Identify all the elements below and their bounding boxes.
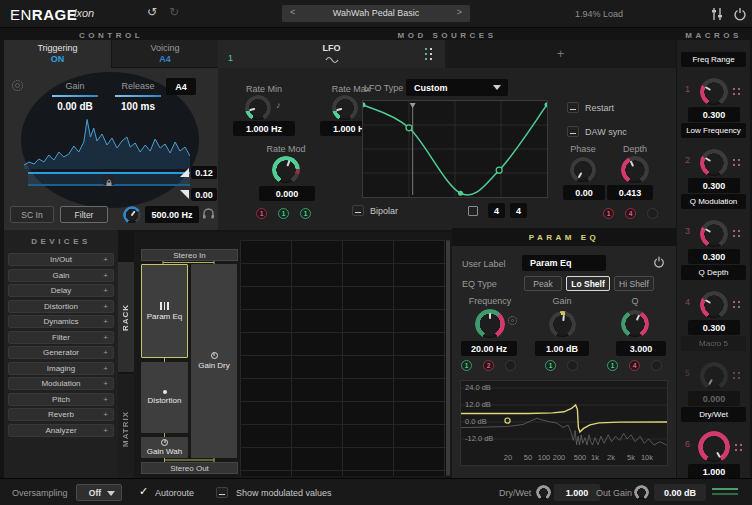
macro-knob[interactable] <box>701 150 727 176</box>
mod-slot[interactable]: 1 <box>545 360 556 371</box>
tab-rack[interactable]: RACK <box>118 262 134 372</box>
mod-slot[interactable]: 1 <box>461 360 472 371</box>
filter-freq-value[interactable]: 500.00 Hz <box>145 206 199 223</box>
gear-icon[interactable] <box>12 80 23 91</box>
mod-slot[interactable]: 1 <box>278 208 289 219</box>
frequency-value[interactable]: 20.00 Hz <box>461 341 517 356</box>
mod-slot[interactable]: 1 <box>607 360 618 371</box>
mod-slot[interactable]: 4 <box>629 360 640 371</box>
mod-slot[interactable]: 1 <box>256 208 267 219</box>
lfo-point[interactable] <box>496 167 502 173</box>
eq-type-hi-shelf[interactable]: Hi Shelf <box>614 276 654 291</box>
threshold-marker-low[interactable] <box>180 190 189 199</box>
eq-type-peak[interactable]: Peak <box>524 276 562 291</box>
filter-freq-knob[interactable] <box>124 207 140 223</box>
drywet-mini-knob[interactable] <box>537 486 550 499</box>
daw-sync-checkbox[interactable] <box>567 126 579 137</box>
headphones-icon[interactable] <box>202 207 215 220</box>
preset-next-arrow[interactable]: > <box>457 7 462 17</box>
macro-knob[interactable] <box>701 292 727 318</box>
macro-label[interactable]: Dry/Wet <box>681 407 746 422</box>
user-label-field[interactable]: Param Eq <box>522 255 606 271</box>
stereo-out-node[interactable]: Stereo Out <box>141 462 238 474</box>
gain-wah-node[interactable]: Gain Wah <box>141 437 188 458</box>
device-category[interactable]: Pitch+ <box>8 393 114 406</box>
lfo-point[interactable] <box>406 125 412 131</box>
macro-value[interactable]: 0.000 <box>688 391 740 406</box>
macro-knob[interactable] <box>699 432 729 462</box>
device-category[interactable]: Generator+ <box>8 346 114 359</box>
autoroute-check-icon[interactable]: ✓ <box>139 485 148 498</box>
release-slider[interactable] <box>115 95 161 97</box>
macro-assign-icon[interactable] <box>732 87 741 96</box>
device-category[interactable]: Delay+ <box>8 284 114 297</box>
lfo-type-dropdown[interactable]: Custom <box>406 79 508 96</box>
stereo-in-node[interactable]: Stereo In <box>141 249 238 261</box>
restart-checkbox[interactable] <box>567 102 579 113</box>
oversampling-dropdown[interactable]: Off <box>76 484 122 501</box>
macro-assign-icon[interactable] <box>732 371 741 380</box>
filter-button[interactable]: Filter <box>60 206 108 223</box>
param-eq-node[interactable]: Param Eq <box>141 264 188 358</box>
eq-gain-knob[interactable] <box>550 312 575 337</box>
rate-mod-knob[interactable] <box>273 157 299 183</box>
mod-slot[interactable]: 1 <box>300 208 311 219</box>
frequency-knob[interactable] <box>476 310 504 338</box>
freq-mod-icon[interactable] <box>508 316 517 325</box>
gain-value[interactable]: 0.00 dB <box>45 101 105 112</box>
rate-min-note-icon[interactable]: ♪ <box>276 100 281 110</box>
device-category[interactable]: Imaging+ <box>8 362 114 375</box>
tab-voicing[interactable]: Voicing A4 <box>111 40 218 68</box>
depth-value[interactable]: 0.413 <box>607 185 653 200</box>
lfo-point[interactable] <box>363 102 366 107</box>
lfo-tab[interactable]: 1 LFO <box>218 40 445 68</box>
redo-icon[interactable]: ↻ <box>169 5 179 19</box>
macro-value[interactable]: 1.000 <box>688 464 740 479</box>
preset-name[interactable]: WahWah Pedal Basic <box>282 8 470 18</box>
device-category[interactable]: Filter+ <box>8 331 114 344</box>
add-mod-source-tab[interactable]: + <box>445 40 676 68</box>
gain-slider[interactable] <box>52 95 98 97</box>
release-value[interactable]: 100 ms <box>108 101 168 112</box>
q-knob[interactable] <box>622 311 648 337</box>
mod-slot-empty[interactable] <box>567 360 578 371</box>
settings-sliders-icon[interactable] <box>710 7 724 21</box>
eq-response-chart[interactable]: 24.0 dB 12.0 dB 0.0 dB -12.0 dB 20501002… <box>460 380 668 466</box>
depth-knob[interactable] <box>622 157 648 183</box>
macro-value[interactable]: 0.300 <box>688 107 740 122</box>
macro-label[interactable]: Q Depth <box>681 265 746 280</box>
outgain-value[interactable]: 0.00 dB <box>654 484 706 501</box>
tab-triggering[interactable]: Triggering ON <box>4 40 111 68</box>
phase-knob[interactable] <box>571 158 595 182</box>
grid-snap-icon[interactable] <box>468 206 478 216</box>
device-power-icon[interactable] <box>653 256 665 268</box>
macro-value[interactable]: 0.300 <box>688 178 740 193</box>
threshold-marker-high[interactable] <box>180 168 189 177</box>
mod-slot-empty[interactable] <box>647 208 658 219</box>
grid-y-value[interactable]: 4 <box>510 203 527 218</box>
macro-knob[interactable] <box>701 79 727 105</box>
lfo-assign-grid-icon[interactable] <box>424 47 433 61</box>
macro-label[interactable]: Freq Range <box>681 52 746 67</box>
macro-knob[interactable] <box>701 221 727 247</box>
distortion-node[interactable]: Distortion <box>141 362 188 433</box>
eq-gain-value[interactable]: 1.00 dB <box>535 341 589 356</box>
macro-assign-icon[interactable] <box>732 300 741 309</box>
device-category[interactable]: In/Out+ <box>8 253 114 266</box>
macro-assign-icon[interactable] <box>734 443 743 452</box>
macro-label[interactable]: Q Modulation <box>681 194 746 209</box>
mod-slot[interactable]: 4 <box>625 208 636 219</box>
lfo-shape-editor[interactable] <box>362 100 548 198</box>
eq-type-lo-shelf[interactable]: Lo Shelf <box>566 276 610 291</box>
q-value[interactable]: 3.000 <box>616 341 666 356</box>
device-category[interactable]: Distortion+ <box>8 300 114 313</box>
lfo-point[interactable] <box>458 191 463 196</box>
power-icon[interactable] <box>733 7 747 21</box>
threshold-high-value[interactable]: 0.12 <box>191 166 217 179</box>
tab-matrix[interactable]: MATRIX <box>118 374 134 484</box>
device-category[interactable]: Analyzer+ <box>8 424 114 437</box>
phase-value[interactable]: 0.00 <box>563 185 605 200</box>
bipolar-checkbox[interactable] <box>352 205 364 216</box>
macro-assign-icon[interactable] <box>732 229 741 238</box>
threshold-low-value[interactable]: 0.00 <box>191 188 217 201</box>
